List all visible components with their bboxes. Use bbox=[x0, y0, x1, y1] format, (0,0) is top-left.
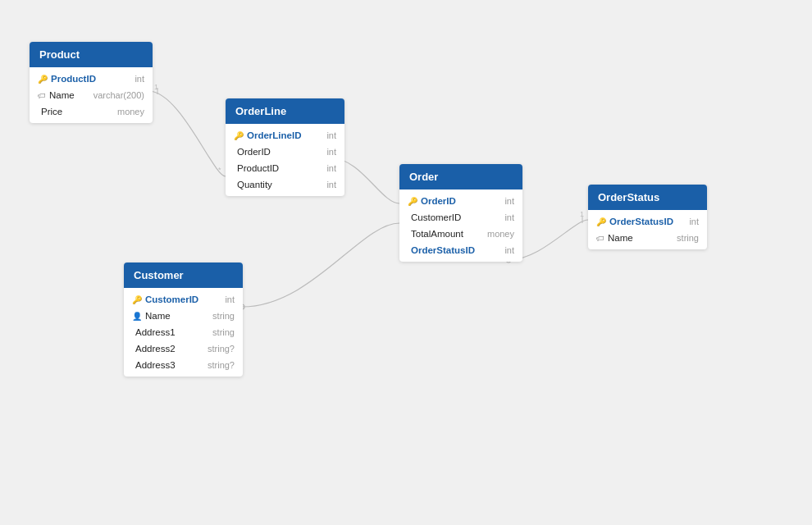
field-name: Address1 bbox=[135, 327, 206, 337]
table-row: Address1 string bbox=[124, 324, 243, 340]
table-row: 🏷 Name varchar(200) bbox=[30, 87, 153, 103]
order-table-header: Order bbox=[399, 164, 522, 189]
field-name: Quantity bbox=[237, 180, 320, 189]
key-icon: 🔑 bbox=[408, 197, 417, 206]
product-table[interactable]: Product 🔑 ProductID int 🏷 Name varchar(2… bbox=[30, 42, 153, 123]
table-row: OrderStatusID int bbox=[399, 242, 522, 258]
field-name: Name bbox=[49, 90, 87, 100]
table-row: ProductID int bbox=[226, 160, 344, 176]
field-name: CustomerID bbox=[145, 294, 218, 304]
orderline-table[interactable]: OrderLine 🔑 OrderLineID int OrderID int … bbox=[226, 98, 344, 196]
product-table-header: Product bbox=[30, 42, 153, 67]
field-name: OrderLineID bbox=[247, 130, 320, 140]
product-table-body: 🔑 ProductID int 🏷 Name varchar(200) Pric… bbox=[30, 67, 153, 123]
field-type: string bbox=[212, 311, 235, 321]
field-name: Name bbox=[608, 233, 670, 243]
field-type: string bbox=[212, 327, 235, 337]
field-type: string? bbox=[208, 344, 235, 354]
field-type: int bbox=[326, 147, 336, 157]
diagram-canvas: 1 * 1 Product 🔑 ProductID int 🏷 bbox=[0, 0, 812, 525]
table-row: 🔑 OrderID int bbox=[399, 193, 522, 209]
key-icon: 🔑 bbox=[596, 217, 606, 226]
key-icon: 🔑 bbox=[234, 131, 244, 140]
table-row: 🏷 Name string bbox=[588, 230, 707, 246]
orderstatus-table-body: 🔑 OrderStatusID int 🏷 Name string bbox=[588, 210, 707, 249]
field-name: ProductID bbox=[237, 163, 320, 173]
field-type: int bbox=[326, 130, 336, 140]
table-row: Address3 string? bbox=[124, 357, 243, 373]
field-type: string? bbox=[208, 360, 235, 370]
field-name: Name bbox=[145, 311, 206, 321]
orderstatus-table[interactable]: OrderStatus 🔑 OrderStatusID int 🏷 Name s… bbox=[588, 185, 707, 249]
table-row: Address2 string? bbox=[124, 340, 243, 357]
field-type: varchar(200) bbox=[94, 90, 144, 100]
field-type: int bbox=[689, 217, 699, 226]
field-name: Address2 bbox=[135, 344, 201, 354]
order-table-body: 🔑 OrderID int CustomerID int TotalAmount… bbox=[399, 189, 522, 262]
order-table[interactable]: Order 🔑 OrderID int CustomerID int Total… bbox=[399, 164, 522, 262]
table-row: CustomerID int bbox=[399, 209, 522, 226]
tag-icon: 🏷 bbox=[596, 234, 604, 243]
table-row: OrderID int bbox=[226, 144, 344, 160]
field-type: int bbox=[225, 294, 235, 304]
table-row: 🔑 OrderStatusID int bbox=[588, 213, 707, 230]
field-name: OrderID bbox=[237, 147, 320, 157]
customer-table-body: 🔑 CustomerID int 👤 Name string Address1 … bbox=[124, 288, 243, 377]
field-type: int bbox=[504, 212, 514, 222]
table-row: 👤 Name string bbox=[124, 308, 243, 324]
orderstatus-table-header: OrderStatus bbox=[588, 185, 707, 210]
svg-text:*: * bbox=[218, 166, 221, 174]
customer-table[interactable]: Customer 🔑 CustomerID int 👤 Name string … bbox=[124, 262, 243, 377]
field-name: Price bbox=[41, 107, 111, 116]
customer-table-header: Customer bbox=[124, 262, 243, 288]
field-name: OrderStatusID bbox=[609, 217, 682, 226]
svg-text:1: 1 bbox=[154, 83, 158, 91]
svg-text:1: 1 bbox=[580, 210, 584, 218]
field-type: int bbox=[504, 245, 514, 255]
table-row: Price money bbox=[30, 103, 153, 120]
table-row: 🔑 ProductID int bbox=[30, 71, 153, 87]
key-icon: 🔑 bbox=[38, 75, 48, 84]
field-type: int bbox=[135, 74, 144, 84]
field-name: OrderStatusID bbox=[411, 245, 498, 255]
table-row: TotalAmount money bbox=[399, 226, 522, 242]
orderline-table-header: OrderLine bbox=[226, 98, 344, 124]
field-name: CustomerID bbox=[411, 212, 498, 222]
field-name: Address3 bbox=[135, 360, 201, 370]
field-name: TotalAmount bbox=[411, 229, 481, 239]
orderline-table-body: 🔑 OrderLineID int OrderID int ProductID … bbox=[226, 124, 344, 196]
table-row: Quantity int bbox=[226, 176, 344, 193]
field-type: int bbox=[326, 180, 336, 189]
field-name: OrderID bbox=[421, 196, 498, 206]
field-type: int bbox=[326, 163, 336, 173]
tag-icon: 🏷 bbox=[38, 91, 46, 100]
field-name: ProductID bbox=[51, 74, 128, 84]
person-icon: 👤 bbox=[132, 312, 142, 321]
table-row: 🔑 OrderLineID int bbox=[226, 127, 344, 144]
table-row: 🔑 CustomerID int bbox=[124, 291, 243, 308]
field-type: string bbox=[677, 233, 699, 243]
key-icon: 🔑 bbox=[132, 295, 142, 304]
field-type: int bbox=[504, 196, 514, 206]
field-type: money bbox=[117, 107, 144, 116]
field-type: money bbox=[487, 229, 514, 239]
